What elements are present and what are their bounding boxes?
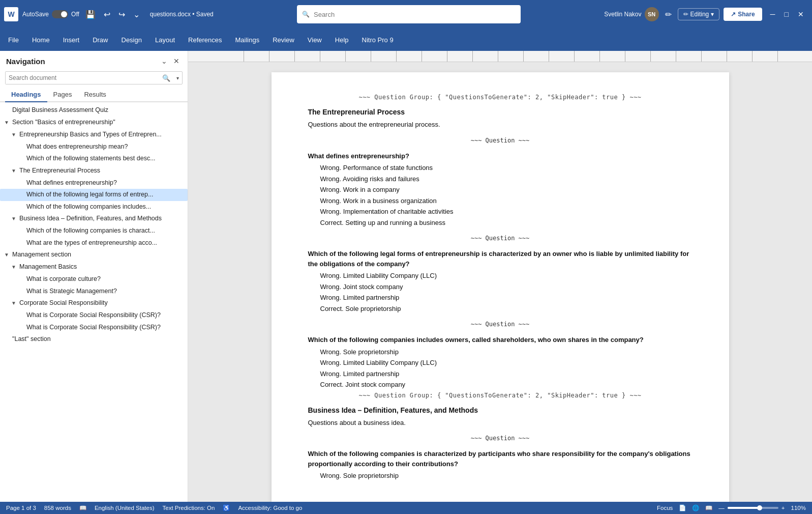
ribbon: File Home Insert Draw Design Layout Refe… — [0, 28, 812, 51]
nav-item-companies-charact[interactable]: Which of the following companies is char… — [0, 225, 188, 237]
tab-pages[interactable]: Pages — [47, 88, 78, 102]
tab-results[interactable]: Results — [78, 88, 112, 102]
tab-headings[interactable]: Headings — [5, 88, 47, 102]
language[interactable]: English (United States) — [95, 505, 155, 511]
nav-item-business-idea[interactable]: ▼ Business Idea – Definition, Features, … — [0, 213, 188, 225]
nav-close-button[interactable]: ✕ — [171, 56, 182, 66]
accessibility-status[interactable]: Accessibility: Good to go — [238, 505, 302, 511]
titlebar-right: Svetlin Nakov SN ✏ ✏ Editing ▾ ↗ Share ─… — [604, 7, 808, 21]
nav-item-text: What are the types of entrepreneurship a… — [26, 239, 157, 248]
titlebar: W AutoSave Off 💾 ↩ ↪ ⌄ questions.docx • … — [0, 0, 812, 28]
autosave-area: AutoSave Off — [22, 10, 79, 18]
print-layout-icon[interactable]: 📄 — [679, 504, 686, 511]
search-pencil-button[interactable]: ✏ — [663, 8, 674, 21]
tab-help[interactable]: Help — [329, 33, 355, 47]
nav-item-types-acco[interactable]: What are the types of entrepreneurship a… — [0, 237, 188, 249]
answer-2-1: Wrong. Limited Liability Company (LLC) — [308, 271, 693, 281]
autosave-state: Off — [71, 11, 79, 18]
nav-item-csr-q2[interactable]: What is Corporate Social Responsibility … — [0, 322, 188, 334]
tab-view[interactable]: View — [302, 33, 328, 47]
nav-item-management-section[interactable]: ▼ Management section — [0, 249, 188, 261]
nav-item-text: Entrepreneurship Basics and Types of Ent… — [19, 130, 162, 139]
nav-item-text: Section "Basics of entrepreneurship" — [12, 118, 115, 127]
tab-review[interactable]: Review — [266, 33, 300, 47]
page-content: ~~~ Question Group: { "QuestionsToGenera… — [308, 93, 693, 481]
tab-home[interactable]: Home — [26, 33, 56, 47]
nav-item-management-basics[interactable]: ▼ Management Basics — [0, 261, 188, 273]
nav-search-input[interactable] — [6, 72, 159, 84]
nav-item-text: What is Corporate Social Responsibility … — [26, 311, 161, 320]
tab-references[interactable]: References — [182, 33, 228, 47]
maximize-button[interactable]: □ — [780, 8, 793, 20]
minimize-button[interactable]: ─ — [766, 8, 779, 20]
tab-file[interactable]: File — [2, 33, 25, 47]
autosave-toggle[interactable] — [52, 10, 68, 18]
search-input[interactable] — [314, 11, 516, 18]
nav-item-legal-forms[interactable]: Which of the following legal forms of en… — [0, 189, 188, 201]
focus-label[interactable]: Focus — [657, 505, 673, 511]
username: Svetlin Nakov — [604, 11, 641, 18]
question-2-text: Which of the following legal forms of en… — [308, 249, 693, 269]
save-button[interactable]: 💾 — [83, 8, 98, 21]
expand-icon: ▼ — [11, 299, 17, 308]
nav-item-section-basics[interactable]: ▼ Section "Basics of entrepreneurship" — [0, 117, 188, 129]
share-button[interactable]: ↗ Share — [724, 8, 762, 21]
nav-item-companies-includes[interactable]: Which of the following companies include… — [0, 201, 188, 213]
filename: questions.docx • Saved — [150, 11, 214, 18]
nav-item-text: What defines entrepreneurship? — [26, 179, 117, 188]
tab-draw[interactable]: Draw — [86, 33, 114, 47]
search-icon: 🔍 — [302, 11, 310, 18]
share-label: Share — [738, 11, 755, 18]
answer-2-2: Wrong. Joint stock company — [308, 282, 693, 292]
answer-1-6: Correct. Setting up and running a busine… — [308, 218, 693, 228]
answer-3-4: Correct. Joint stock company — [308, 380, 693, 390]
text-predictions[interactable]: Text Predictions: On — [163, 505, 215, 511]
nav-search: 🔍 ▾ — [0, 69, 188, 88]
avatar: SN — [645, 7, 659, 21]
nav-item-text: Management Basics — [19, 263, 77, 272]
nav-item-corporate-culture[interactable]: What is corporate culture? — [0, 273, 188, 285]
nav-item-entre-basics[interactable]: ▼ Entrepreneurship Basics and Types of E… — [0, 129, 188, 141]
nav-search-submit[interactable]: 🔍 — [159, 72, 173, 84]
user-area: Svetlin Nakov SN — [604, 7, 658, 21]
zoom-level[interactable]: 110% — [791, 505, 806, 511]
tab-design[interactable]: Design — [115, 33, 148, 47]
nav-item-text: "Last" section — [12, 335, 51, 344]
editing-icon: ✏ — [683, 11, 688, 18]
nav-item-what-defines[interactable]: What defines entrepreneurship? — [0, 177, 188, 189]
answer-1-3: Wrong. Work in a company — [308, 185, 693, 195]
search-bar[interactable]: 🔍 — [297, 5, 521, 23]
nav-item-csr[interactable]: ▼ Corporate Social Responsibility — [0, 297, 188, 309]
question-marker-2: ~~~ Question ~~~ — [308, 234, 693, 243]
tab-layout[interactable]: Layout — [149, 33, 181, 47]
answer-1-1: Wrong. Performance of state functions — [308, 163, 693, 173]
nav-collapse-button[interactable]: ⌄ — [159, 56, 169, 66]
zoom-slider-thumb — [757, 505, 762, 510]
undo-button[interactable]: ↩ — [102, 8, 112, 21]
tab-nitro[interactable]: Nitro Pro 9 — [356, 33, 400, 47]
nav-item-entrepreneurial-process[interactable]: ▼ The Entrepreneurial Process — [0, 165, 188, 177]
close-button[interactable]: ✕ — [794, 8, 808, 20]
web-layout-icon[interactable]: 🌐 — [692, 504, 699, 511]
nav-item-text: What is Strategic Management? — [26, 287, 117, 296]
nav-item-entre-mean[interactable]: What does entrepreneurship mean? — [0, 141, 188, 153]
customize-button[interactable]: ⌄ — [131, 8, 142, 21]
zoom-slider[interactable] — [728, 507, 778, 509]
tab-mailings[interactable]: Mailings — [229, 33, 266, 47]
nav-search-dropdown[interactable]: ▾ — [173, 73, 182, 83]
tab-insert[interactable]: Insert — [57, 33, 86, 47]
editing-button[interactable]: ✏ Editing ▾ — [678, 8, 720, 20]
nav-item-quiz[interactable]: Digital Business Assessment Quiz — [0, 104, 188, 117]
accessibility-icon: ♿ — [223, 504, 230, 511]
nav-item-last-section[interactable]: "Last" section — [0, 333, 188, 346]
nav-item-csr-q1[interactable]: What is Corporate Social Responsibility … — [0, 309, 188, 322]
zoom-in-btn[interactable]: + — [781, 505, 785, 511]
read-mode-icon[interactable]: 📖 — [705, 504, 712, 511]
nav-item-statements[interactable]: Which of the following statements best d… — [0, 153, 188, 165]
zoom-out-btn[interactable]: — — [718, 505, 725, 511]
toggle-knob — [61, 11, 67, 17]
redo-button[interactable]: ↪ — [116, 8, 127, 21]
nav-item-strategic-mgmt[interactable]: What is Strategic Management? — [0, 285, 188, 298]
proofing-icon[interactable]: 📖 — [79, 504, 86, 511]
nav-item-text: Which of the following statements best d… — [26, 154, 156, 163]
